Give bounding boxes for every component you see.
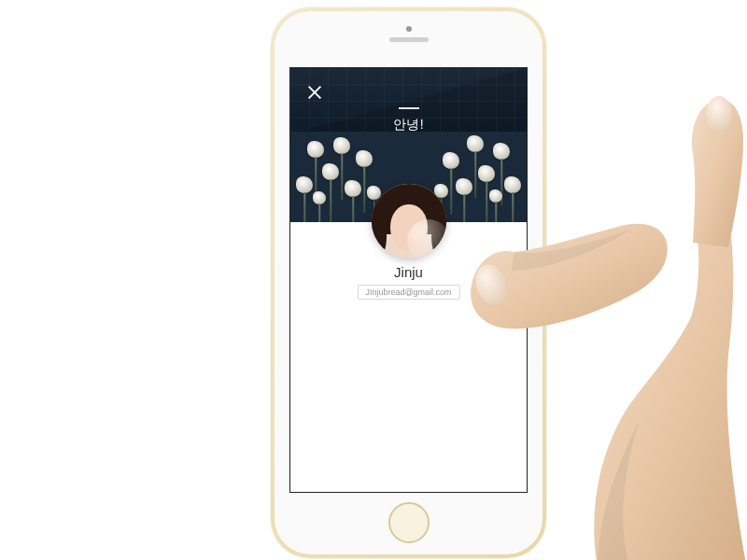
phone-inner-bezel: 안녕! Jinju JInjubread@gmail.com	[275, 11, 543, 554]
avatar[interactable]	[372, 184, 446, 259]
greeting-divider	[399, 107, 419, 109]
close-icon[interactable]	[303, 81, 326, 104]
phone-speaker	[389, 37, 429, 42]
phone-camera-dot	[406, 26, 412, 32]
app-screen: 안녕! Jinju JInjubread@gmail.com	[289, 67, 528, 493]
profile-name: Jinju	[290, 264, 527, 280]
phone-device-frame: 안녕! Jinju JInjubread@gmail.com	[271, 7, 546, 558]
profile-email-badge[interactable]: JInjubread@gmail.com	[357, 285, 459, 300]
svg-point-1	[706, 96, 732, 132]
greeting-text: 안녕!	[290, 117, 527, 133]
home-button[interactable]	[388, 502, 430, 543]
